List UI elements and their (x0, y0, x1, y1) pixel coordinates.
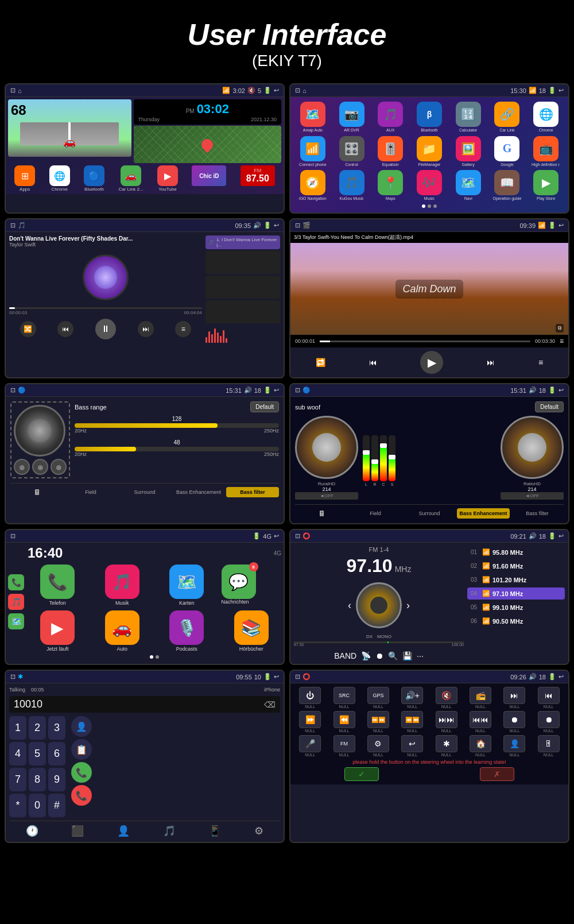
steer-rw2[interactable]: ⏪⏪ NULL (396, 711, 428, 733)
radio-save-btn[interactable]: 💾 (402, 651, 412, 660)
playlist-item-1[interactable]: 🎵 1. I Don't Wanna Live Forever (... (205, 235, 280, 249)
dial-key-1[interactable]: 1 (9, 716, 26, 740)
steer-ff2[interactable]: ⏩⏩ NULL (362, 711, 394, 733)
s10-back[interactable]: ↩ (559, 673, 564, 681)
dial-key-9[interactable]: 9 (48, 768, 65, 791)
app-grid-bluetooth[interactable]: β Bluetooth (412, 102, 447, 133)
radio-antenna-btn[interactable]: 📡 (361, 651, 371, 660)
app-grid-music[interactable]: 🎶 Music (412, 170, 447, 201)
radio-next-btn[interactable]: › (406, 600, 410, 612)
call-log-btn[interactable]: 📋 (71, 739, 92, 760)
radio-more-btn[interactable]: ··· (417, 651, 424, 660)
video-play-btn[interactable]: ▶ (420, 351, 443, 374)
dial-key-2[interactable]: 2 (29, 716, 46, 740)
app-grid-calc[interactable]: 🔢 Calculator (451, 102, 486, 133)
knob-3[interactable]: ◎ (51, 459, 67, 475)
steer-gps[interactable]: GPS NULL (362, 687, 394, 709)
steer-user[interactable]: 👤 NULL (498, 735, 530, 757)
back-icon[interactable]: ↩ (274, 87, 279, 94)
eq-tab-surround[interactable]: Surround (118, 487, 171, 497)
cp-app-musik[interactable]: 🎵 Musik (92, 565, 153, 606)
sidebar-phone[interactable]: 📞 (8, 574, 24, 590)
eq-tab-icon[interactable]: 🎚️ (10, 487, 63, 497)
app-grid-amap[interactable]: 🗺️ Amap Auto (295, 102, 331, 133)
dial-key-0[interactable]: 0 (29, 794, 46, 817)
play-btn[interactable]: ⏸ (95, 319, 116, 339)
steer-power[interactable]: ⏻ NULL (294, 687, 326, 709)
steer-radio[interactable]: 📻 NULL (464, 687, 497, 709)
nav-phone[interactable]: 📱 (208, 825, 221, 837)
nav-settings[interactable]: ⚙ (254, 825, 263, 837)
playlist-btn[interactable]: ≡ (175, 321, 191, 337)
slider-1-track[interactable] (75, 423, 279, 428)
radio-dial[interactable] (356, 582, 402, 628)
knob-1[interactable]: ◎ (14, 459, 30, 475)
station-06[interactable]: 06 📶 90.50 MHz (467, 615, 565, 627)
next-btn[interactable]: ⏭ (138, 321, 154, 337)
sidebar-maps[interactable]: 🗺️ (8, 613, 24, 629)
dial-key-hash[interactable]: # (48, 794, 65, 817)
cp-app-nachrichten[interactable]: 💬 8 Nachrichten (222, 565, 282, 606)
cp-app-telefon[interactable]: 📞 Telefon (28, 565, 88, 606)
app-grid-carlink[interactable]: 🔗 Car Link (490, 102, 525, 133)
nav-music[interactable]: 🎵 (163, 825, 176, 837)
app-grid-gallery[interactable]: 🖼️ Gallery (451, 136, 486, 167)
ch1-off-btn[interactable]: ◄OFF (295, 492, 358, 500)
steer-ff[interactable]: ⏩ NULL (294, 711, 326, 733)
app-grid-igo[interactable]: 🧭 iGO Navigation (295, 170, 331, 201)
steer-rw[interactable]: ⏪ NULL (328, 711, 360, 733)
steer-settings[interactable]: ⚙ NULL (362, 735, 394, 757)
knob-2[interactable]: ◎ (32, 459, 48, 475)
steer-skip-back[interactable]: ⏮ NULL (533, 687, 565, 709)
steer-eq[interactable]: 🎚 NULL (533, 735, 565, 757)
fm-widget[interactable]: FM 87.50 (241, 165, 275, 192)
station-03[interactable]: 03 📶 101.20 MHz (467, 574, 565, 586)
steer-next[interactable]: ⏭⏭ NULL (430, 711, 463, 733)
dial-key-5[interactable]: 5 (29, 742, 46, 766)
app-bluetooth[interactable]: 🔵 Bluetooth (84, 165, 104, 192)
s2-back[interactable]: ↩ (559, 87, 564, 94)
eq-tab-bass-enhance[interactable]: Bass Enhancement (172, 487, 225, 497)
app-grid-ardvr[interactable]: 📷 AR DVR (334, 102, 370, 133)
steer-mic[interactable]: 🎤 NULL (294, 735, 326, 757)
app-grid-google[interactable]: G Google (490, 136, 525, 167)
contacts-btn[interactable]: 👤 (71, 716, 92, 737)
steer-fm[interactable]: FM NULL (328, 735, 360, 757)
dial-key-3[interactable]: 3 (48, 716, 65, 740)
steer-confirm-btn[interactable]: ✓ (344, 767, 379, 781)
dial-key-7[interactable]: 7 (9, 768, 26, 791)
app-grid-kugou[interactable]: 🎵 KuGou Music (334, 170, 370, 201)
video-playlist-btn[interactable]: ≡ (538, 358, 543, 367)
app-carlink[interactable]: 🚗 Car Link 2... (118, 165, 143, 192)
slider-2-track[interactable] (75, 447, 279, 451)
video-repeat-btn[interactable]: 🔁 (316, 358, 325, 367)
sw-tab-icon[interactable]: 🎚️ (295, 508, 348, 519)
app-youtube[interactable]: ▶ YouTube (157, 165, 178, 192)
app-grid-eq[interactable]: 🎚️ Equalizer (373, 136, 408, 167)
dial-key-4[interactable]: 4 (9, 742, 26, 766)
steer-src[interactable]: SRC NULL (328, 687, 360, 709)
cp-app-jetzt[interactable]: ▶ Jetzt läuft (28, 610, 88, 652)
fader-ch-1[interactable]: L (363, 435, 370, 486)
sw-tab-surround[interactable]: Surround (403, 508, 456, 519)
app-grid-hdresolution[interactable]: 📺 High definition r. (528, 136, 564, 167)
steer-cancel-btn[interactable]: ✗ (480, 767, 514, 781)
radio-scan-btn[interactable]: 🔍 (388, 651, 398, 660)
radio-band-btn[interactable]: BAND (334, 651, 356, 660)
dial-key-6[interactable]: 6 (48, 742, 65, 766)
steer-rec2[interactable]: ⏺ NULL (533, 711, 565, 733)
s6-back[interactable]: ↩ (559, 386, 564, 394)
fader-ch-3[interactable]: C (380, 435, 387, 486)
call-btn[interactable]: 📞 (71, 762, 92, 783)
ch2-off-btn[interactable]: ◄OFF (501, 492, 564, 500)
app-grid-chrome[interactable]: 🌐 Chrome (528, 102, 564, 133)
sidebar-music[interactable]: 🎵 (8, 594, 24, 610)
fader-ch-4[interactable]: S (389, 435, 395, 486)
app-grid-maps[interactable]: 📍 Maps (373, 170, 408, 201)
prev-btn[interactable]: ⏮ (57, 321, 73, 337)
app-grid-opguide[interactable]: 📖 Operation guide (490, 170, 525, 201)
cp-app-podcasts[interactable]: 🎙️ Podcasts (157, 610, 217, 652)
steer-prev[interactable]: ⏮⏮ NULL (464, 711, 497, 733)
cp-app-hoerbuecher[interactable]: 📚 Hörbücher (222, 610, 282, 652)
steer-asterisk[interactable]: ✱ NULL (430, 735, 463, 757)
